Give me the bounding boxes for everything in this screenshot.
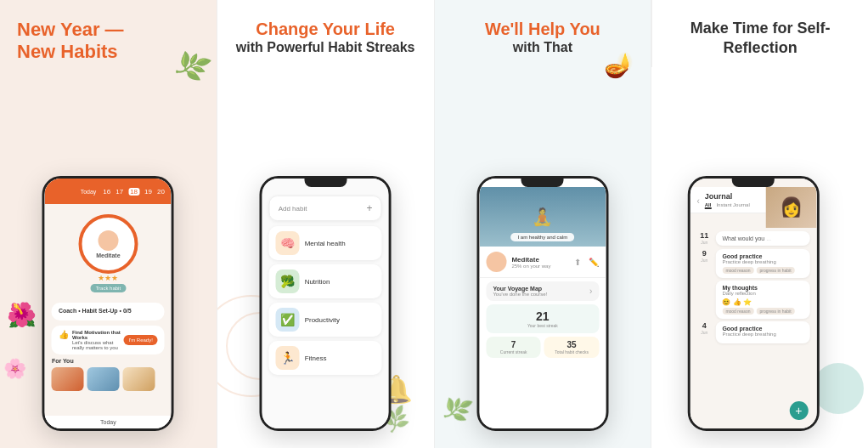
entry1-section: 9 Jun Good practice Practice deep breath… (696, 249, 809, 278)
journal-entry-3: Good practice Practice deep breathing (715, 321, 809, 343)
month3: Jun (696, 330, 712, 335)
panel2-phone: Add habit + 🧠 Mental health 🥦 Nutrition … (260, 176, 392, 431)
total-checks-stat: 35 Total habit checks (544, 337, 600, 358)
flower2-decoration: 🌸 (3, 358, 26, 380)
entry1-tags: mood reason progress in habit (722, 267, 803, 274)
fitness-icon: 🏃 (276, 346, 300, 370)
date-numbers: 16 17 18 19 20 (103, 188, 165, 196)
hero-caption: I am healthy and calm (511, 233, 575, 241)
meditate-row: Meditate 25% on your way ⬆ ✏️ (479, 247, 606, 278)
voyage-title: Your Voyage Map (493, 286, 547, 292)
journal-entry-2: My thoughts Daily reflection 😊 👍 ⭐ mood … (715, 281, 809, 319)
entry2-sub: Daily reflection (722, 291, 803, 296)
find-motivation-box: 👍 Find Motivation that Works Let's discu… (52, 326, 165, 354)
hero-person-icon: 🧘 (532, 207, 553, 227)
tab-instant-journal[interactable]: Instant Journal (716, 202, 749, 209)
habit-label-mental-health: Mental health (305, 240, 346, 247)
add-entry-btn[interactable]: + (789, 401, 808, 420)
bottom-nav: Today (45, 416, 172, 428)
entry1-tag-1: mood reason (722, 267, 753, 274)
hero-image: 🧘 I am healthy and calm (479, 187, 606, 247)
today-label: Today (81, 189, 97, 195)
entry2-section: My thoughts Daily reflection 😊 👍 ⭐ mood … (696, 281, 809, 319)
date3-num: 4 (696, 321, 712, 330)
panel1-heading-line1: New Year — (17, 19, 200, 41)
entry2-tag-2: progress in habit (757, 308, 795, 315)
tab-all[interactable]: All (705, 202, 712, 209)
phone-notch (304, 179, 347, 187)
today-nav-label: Today (100, 419, 116, 425)
phone-notch-3 (521, 179, 564, 187)
panel2-heading: Change Your Life with Powerful Habit Str… (217, 0, 434, 64)
panel2-heading-sub: with Powerful Habit Streaks (234, 39, 417, 55)
habit-circle: Meditate (78, 214, 138, 274)
habit-item-mental-health[interactable]: 🧠 Mental health (269, 226, 382, 260)
mental-health-icon: 🧠 (276, 231, 300, 255)
date3: 4 Jun (696, 321, 712, 335)
add-habit-row[interactable]: Add habit + (269, 196, 382, 221)
current-streak-num: 7 (491, 340, 536, 349)
panel-new-year: 🌿 🌺 🌸 New Year — New Habits Today 16 17 … (0, 0, 217, 448)
ornament-decoration: 🪔 (604, 51, 634, 79)
panel-self-reflection: Make Time for Self-Reflection 👩 ‹ Journa… (651, 0, 868, 448)
question-box: What would you ... (715, 231, 809, 246)
top-date-section: 11 Jun What would you ... (696, 231, 809, 246)
edit-icon[interactable]: ✏️ (589, 258, 599, 267)
habit-item-nutrition[interactable]: 🥦 Nutrition (269, 264, 382, 298)
panel1-heading-line2: New Habits (17, 41, 200, 63)
chevron-right-icon: › (589, 286, 592, 296)
question-text: What would you (722, 235, 764, 241)
habit-item-fitness[interactable]: 🏃 Fitness (269, 341, 382, 375)
panel2-heading-main: Change Your Life (234, 19, 417, 39)
habit-circle-label: Meditate (96, 252, 120, 258)
card-2 (87, 367, 120, 391)
top-date: 11 Jun (696, 231, 712, 245)
entry2-tags: 😊 👍 ⭐ (722, 298, 803, 306)
current-streak-label: Current streak (491, 349, 536, 354)
add-habit-icon[interactable]: + (367, 202, 373, 214)
share-icon[interactable]: ⬆ (574, 258, 581, 267)
leaves-decoration-3: 🌿 (439, 392, 474, 426)
person-icon: 👩 (780, 196, 803, 218)
emoji-icons: 😊 👍 ⭐ (722, 298, 751, 306)
voyage-map-box[interactable]: Your Voyage Map You've done the course! … (486, 281, 599, 301)
entry3-section: 4 Jun Good practice Practice deep breath… (696, 321, 809, 343)
panel-help-you: 🪔 🌿 We'll Help You with That 🧘 I am heal… (434, 0, 651, 448)
stars: ★★★ (98, 274, 118, 282)
panel4-heading-text: Make Time for Self-Reflection (674, 19, 847, 59)
coach-label: Coach • Habit Set-Up • 0/5 (59, 308, 158, 314)
flower-decoration: 🌺 (7, 301, 37, 329)
habit-item-productivity[interactable]: ✅ Productivity (269, 303, 382, 337)
current-streak-stat: 7 Current streak (486, 337, 541, 358)
meditate-avatar (486, 252, 506, 272)
teal-circle-decoration (813, 363, 864, 414)
best-streak-num: 21 (491, 309, 594, 323)
for-you-cards (52, 367, 165, 391)
voyage-sub: You've done the course! (493, 292, 547, 297)
panel-change-life: 🔔 🌿 Change Your Life with Powerful Habit… (217, 0, 434, 448)
top-date-num: 11 (696, 231, 712, 240)
entry1-tag-2: progress in habit (757, 267, 795, 274)
add-habit-label: Add habit (279, 205, 307, 213)
thumbs-up-icon: 👍 (59, 330, 69, 339)
month1: Jun (696, 258, 712, 263)
back-icon[interactable]: ‹ (696, 196, 699, 206)
meditate-title: Meditate (511, 256, 569, 264)
productivity-icon: ✅ (276, 308, 300, 332)
ready-btn[interactable]: I'm Ready! (123, 335, 158, 345)
track-habit-btn[interactable]: Track habit (91, 284, 126, 292)
card-3 (123, 367, 155, 391)
journal-title: Journal (705, 192, 750, 201)
small-stats: 7 Current streak 35 Total habit checks (486, 337, 599, 358)
entry2-tag-1: mood reason (722, 308, 753, 315)
p1-top-bar: Today 16 17 18 19 20 (45, 179, 172, 204)
date1: 9 Jun (696, 249, 712, 263)
total-checks-num: 35 (550, 340, 595, 349)
panel3-phone: 🧘 I am healthy and calm Meditate 25% on … (476, 176, 608, 431)
card-1 (52, 367, 84, 391)
phone-notch-4 (732, 179, 775, 187)
avatar (98, 230, 118, 251)
top-image-area: 👩 ‹ Journal All Instant Journal (690, 187, 816, 228)
panel3-heading-main: We'll Help You (452, 19, 634, 39)
find-sub: Let's discuss what really matters to you (72, 340, 124, 350)
